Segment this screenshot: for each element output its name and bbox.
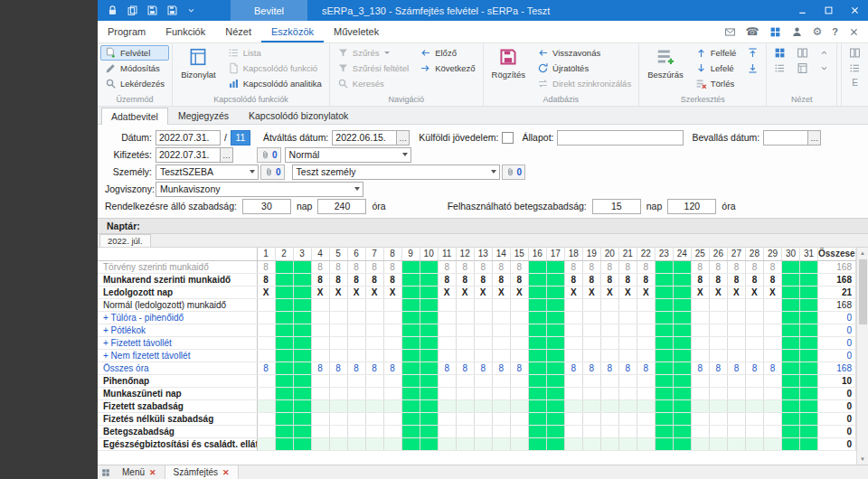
calendar-cell[interactable]: 8 <box>347 362 365 374</box>
calendar-cell[interactable] <box>293 311 311 324</box>
calendar-cell[interactable] <box>528 437 546 450</box>
close-tab-icon[interactable]: ✕ <box>149 468 156 477</box>
calendar-cell[interactable] <box>618 336 637 349</box>
side-panel-list-icon[interactable] <box>849 62 861 74</box>
scrollbar-up-arrow-icon[interactable]: ▲ <box>857 248 868 258</box>
calendar-cell[interactable]: 8 <box>637 273 655 286</box>
calendar-cell[interactable] <box>637 336 655 349</box>
calendar-cell[interactable]: 8 <box>492 273 510 286</box>
scroll-up-button[interactable] <box>815 45 834 61</box>
calendar-cell[interactable] <box>420 349 438 362</box>
calendar-cell[interactable] <box>293 437 311 450</box>
calendar-cell[interactable] <box>781 412 799 425</box>
menu-tab-muveletek[interactable]: Műveletek <box>324 21 389 42</box>
calendar-cell[interactable] <box>673 412 691 425</box>
calendar-cell[interactable] <box>510 349 528 362</box>
calendar-cell[interactable] <box>365 412 383 425</box>
calendar-cell[interactable]: 8 <box>637 260 655 273</box>
calendar-cell[interactable] <box>600 387 618 399</box>
calendar-cell[interactable] <box>275 387 293 399</box>
user-icon[interactable] <box>791 26 803 38</box>
calendar-cell[interactable] <box>655 260 673 273</box>
calendar-cell[interactable] <box>655 374 673 387</box>
calendar-cell[interactable] <box>564 412 582 425</box>
calendar-cell[interactable] <box>655 387 673 399</box>
calendar-cell[interactable] <box>673 437 691 450</box>
kulfoldi-jovedelem-checkbox[interactable] <box>502 132 514 144</box>
lock-icon[interactable] <box>107 5 118 16</box>
calendar-cell[interactable]: X <box>347 286 365 298</box>
calendar-cell[interactable] <box>600 349 618 362</box>
calendar-cell[interactable] <box>456 387 474 399</box>
calendar-cell[interactable]: X <box>383 286 401 298</box>
calendar-cell[interactable] <box>275 349 293 362</box>
calendar-cell[interactable] <box>799 399 817 412</box>
calendar-cell[interactable] <box>329 349 347 362</box>
kapcsolodo-analitika-button[interactable]: Kapcsolódó analitika <box>223 76 326 91</box>
calendar-cell[interactable] <box>709 324 727 336</box>
calendar-cell[interactable] <box>564 437 582 450</box>
calendar-cell[interactable] <box>546 437 564 450</box>
copy-pages-icon[interactable] <box>127 5 138 16</box>
calendar-cell[interactable] <box>763 324 781 336</box>
calendar-cell[interactable] <box>474 311 492 324</box>
calendar-cell[interactable]: X <box>745 286 763 298</box>
calendar-cell[interactable] <box>257 387 275 399</box>
tab-kapcsolodo-bizonylatok[interactable]: Kapcsolódó bizonylatok <box>239 107 358 124</box>
calendar-cell[interactable] <box>528 273 546 286</box>
felvetel-button[interactable]: Felvétel <box>100 45 169 61</box>
calendar-cell[interactable] <box>311 349 329 362</box>
calendar-cell[interactable] <box>637 349 655 362</box>
calendar-cell[interactable] <box>347 374 365 387</box>
calendar-cell[interactable] <box>564 425 582 437</box>
calendar-cell[interactable] <box>401 362 420 374</box>
calendar-cell[interactable] <box>347 425 365 437</box>
calendar-row-label[interactable]: + Fizetett távollét <box>98 336 257 349</box>
calendar-cell[interactable]: 8 <box>257 260 275 273</box>
calendar-cell[interactable]: 8 <box>311 260 329 273</box>
calendar-cell[interactable] <box>438 336 456 349</box>
calendar-cell[interactable] <box>347 298 365 311</box>
calendar-cell[interactable] <box>474 425 492 437</box>
calendar-cell[interactable] <box>383 374 401 387</box>
calendar-cell[interactable] <box>383 437 401 450</box>
calendar-cell[interactable] <box>727 349 745 362</box>
mail-icon[interactable] <box>724 26 736 38</box>
calendar-cell[interactable] <box>673 260 691 273</box>
calendar-cell[interactable] <box>420 260 438 273</box>
calendar-cell[interactable] <box>727 298 745 311</box>
calendar-cell[interactable] <box>691 324 709 336</box>
calendar-cell[interactable] <box>727 336 745 349</box>
calendar-cell[interactable] <box>564 311 582 324</box>
calendar-cell[interactable] <box>673 387 691 399</box>
calendar-cell[interactable] <box>311 425 329 437</box>
calendar-cell[interactable] <box>727 324 745 336</box>
calendar-cell[interactable] <box>582 374 600 387</box>
calendar-cell[interactable] <box>564 298 582 311</box>
calendar-cell[interactable] <box>275 399 293 412</box>
calendar-cell[interactable] <box>293 374 311 387</box>
view-form-button[interactable] <box>792 61 813 76</box>
calendar-cell[interactable] <box>781 311 799 324</box>
calendar-cell[interactable] <box>727 412 745 425</box>
calendar-cell[interactable] <box>311 399 329 412</box>
calendar-cell[interactable] <box>492 399 510 412</box>
calendar-cell[interactable]: 8 <box>582 273 600 286</box>
calendar-cell[interactable] <box>311 311 329 324</box>
calendar-cell[interactable] <box>456 349 474 362</box>
calendar-cell[interactable] <box>365 387 383 399</box>
calendar-cell[interactable] <box>492 374 510 387</box>
calendar-cell[interactable] <box>510 437 528 450</box>
calendar-cell[interactable] <box>691 387 709 399</box>
lista-button[interactable]: Lista <box>223 45 326 61</box>
calendar-cell[interactable] <box>510 412 528 425</box>
calendar-cell[interactable]: X <box>492 286 510 298</box>
calendar-cell[interactable] <box>420 336 438 349</box>
calendar-cell[interactable] <box>637 412 655 425</box>
calendar-cell[interactable] <box>745 374 763 387</box>
atvaltas-datum-ellipsis-button[interactable]: … <box>397 130 410 146</box>
calendar-cell[interactable] <box>420 374 438 387</box>
calendar-cell[interactable] <box>329 412 347 425</box>
calendar-cell[interactable] <box>474 387 492 399</box>
calendar-cell[interactable] <box>474 399 492 412</box>
